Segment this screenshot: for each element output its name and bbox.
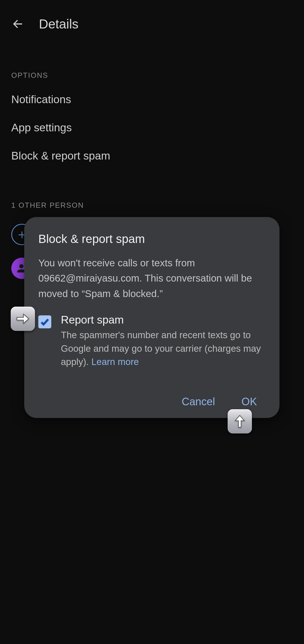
menu-item-block-report[interactable]: Block & report spam <box>0 142 304 170</box>
arrow-up-icon <box>232 413 248 429</box>
report-spam-label: Report spam <box>61 314 265 326</box>
cancel-button[interactable]: Cancel <box>182 396 215 408</box>
report-spam-checkbox[interactable] <box>38 315 51 328</box>
menu-item-notifications[interactable]: Notifications <box>0 85 304 114</box>
checkbox-content: Report spam The spammer's number and rec… <box>61 314 265 369</box>
ok-button[interactable]: OK <box>241 396 257 408</box>
dialog-title: Block & report spam <box>38 232 265 246</box>
callout-arrow-right <box>11 307 35 331</box>
check-icon <box>40 317 50 327</box>
back-button[interactable] <box>11 17 25 31</box>
callout-arrow-up <box>228 409 252 433</box>
report-spam-row: Report spam The spammer's number and rec… <box>38 314 265 369</box>
dialog-actions: Cancel OK <box>38 396 265 408</box>
arrow-left-icon <box>12 18 24 30</box>
menu-item-app-settings[interactable]: App settings <box>0 114 304 142</box>
section-label-other-person: 1 OTHER PERSON <box>0 170 304 215</box>
report-spam-desc-text: The spammer's number and recent texts go… <box>61 330 261 367</box>
block-report-dialog: Block & report spam You won't receive ca… <box>24 217 279 418</box>
header: Details <box>0 0 304 43</box>
learn-more-link[interactable]: Learn more <box>91 357 139 367</box>
section-label-options: OPTIONS <box>0 43 304 85</box>
report-spam-description: The spammer's number and recent texts go… <box>61 328 265 369</box>
arrow-right-icon <box>15 311 31 327</box>
dialog-description: You won't receive calls or texts from 09… <box>38 255 265 301</box>
page-title: Details <box>39 16 79 32</box>
